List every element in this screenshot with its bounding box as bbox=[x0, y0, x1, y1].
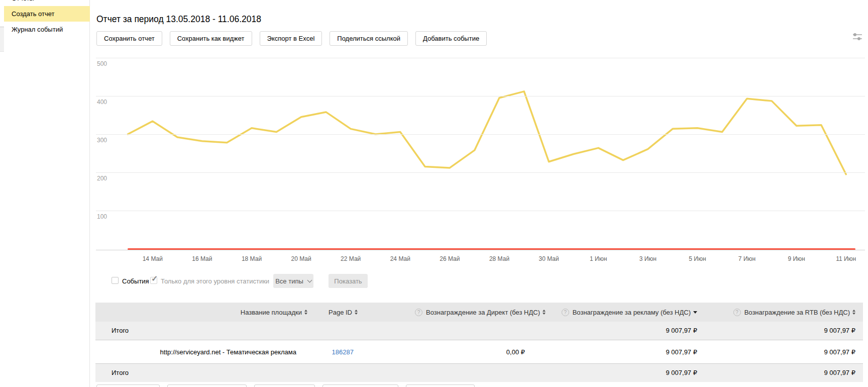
sort-updown-icon[interactable] bbox=[355, 310, 358, 315]
x-axis-tick-label: 28 Май bbox=[489, 255, 509, 262]
rtb-reward-value: 9 007,97 ₽ bbox=[824, 340, 856, 364]
event-type-dropdown[interactable]: Все типы bbox=[273, 274, 313, 288]
x-axis-tick-label: 22 Май bbox=[341, 255, 361, 262]
chart-settings-sliders-icon[interactable] bbox=[853, 32, 863, 41]
help-icon[interactable]: ? bbox=[562, 309, 569, 316]
sort-updown-icon[interactable] bbox=[304, 310, 307, 315]
share-link-button[interactable]: Поделиться ссылкой bbox=[330, 31, 408, 46]
ad-reward-value: 9 007,97 ₽ bbox=[666, 322, 698, 340]
table-row-data: http://serviceyard.net - Тематическая ре… bbox=[95, 340, 863, 364]
help-icon[interactable]: ? bbox=[733, 309, 741, 316]
report-table-header: Название площадки Page ID ? Вознагражден… bbox=[95, 303, 863, 322]
table-row-total: Итого9 007,97 ₽9 007,97 ₽ bbox=[95, 322, 863, 340]
x-axis-tick-label: 3 Июн bbox=[639, 255, 657, 262]
column-header-ad-reward[interactable]: ? Вознаграждение за рекламу (без НДС) bbox=[562, 303, 697, 322]
table-row-total: Итого9 007,97 ₽9 007,97 ₽ bbox=[95, 364, 863, 382]
rtb-reward-value: 9 007,97 ₽ bbox=[824, 322, 856, 340]
ad-reward-value: 9 007,97 ₽ bbox=[666, 340, 698, 364]
ad-reward-value: 9 007,97 ₽ bbox=[666, 364, 698, 382]
x-axis-tick-label: 20 Май bbox=[291, 255, 311, 262]
sidebar: Отчеты Создать отчет Журнал событий bbox=[4, 0, 90, 387]
total-label: Итого bbox=[112, 322, 129, 340]
chart-gridline bbox=[96, 172, 865, 173]
save-report-button[interactable]: Сохранить отчет bbox=[96, 31, 162, 46]
chevron-down-icon bbox=[307, 277, 312, 282]
x-axis-tick-label: 30 Май bbox=[538, 255, 559, 262]
page-title: Отчет за период 13.05.2018 - 11.06.2018 bbox=[96, 14, 261, 25]
chart-gridline bbox=[96, 134, 865, 135]
level-statistics-checkbox[interactable]: ✓ bbox=[150, 277, 157, 284]
column-header-rtb-reward[interactable]: ? Вознаграждение за RTB (без НДС) bbox=[733, 303, 855, 322]
export-excel-button[interactable]: Экспорт в Excel bbox=[260, 31, 322, 46]
level-statistics-checkbox-label: Только для этого уровня статистики bbox=[161, 277, 269, 285]
toolbar: Сохранить отчет Сохранить как виджет Экс… bbox=[96, 31, 487, 46]
rtb-reward-value: 9 007,97 ₽ bbox=[824, 364, 856, 382]
column-header-site-name[interactable]: Название площадки bbox=[241, 303, 307, 322]
sort-updown-icon[interactable] bbox=[852, 310, 855, 315]
x-axis-tick-label: 5 Июн bbox=[689, 255, 706, 262]
footer-button[interactable] bbox=[167, 384, 247, 387]
site-name: http://serviceyard.net - Тематическая ре… bbox=[160, 340, 296, 364]
sort-updown-icon[interactable] bbox=[542, 310, 546, 315]
x-axis-tick-label: 7 Июн bbox=[738, 255, 755, 262]
x-axis-tick-label: 11 Июн bbox=[836, 255, 856, 262]
chart-gridline bbox=[96, 211, 865, 211]
help-icon[interactable]: ? bbox=[415, 309, 422, 316]
x-axis-tick-label: 26 Май bbox=[440, 255, 460, 262]
y-axis-tick-label: 100 bbox=[97, 213, 107, 220]
column-header-page-id[interactable]: Page ID bbox=[329, 303, 358, 322]
page-id-link[interactable]: 186287 bbox=[332, 340, 354, 365]
y-axis-tick-label: 400 bbox=[97, 99, 107, 106]
total-label: Итого bbox=[112, 364, 129, 382]
x-axis-tick-label: 1 Июн bbox=[590, 255, 607, 262]
chart-gridline bbox=[96, 96, 865, 96]
column-header-direct-reward[interactable]: ? Вознаграждение за Директ (без НДС) bbox=[415, 303, 546, 322]
x-axis-tick-label: 16 Май bbox=[192, 255, 212, 262]
sort-desc-icon[interactable] bbox=[693, 311, 697, 314]
sidebar-item-event-log[interactable]: Журнал событий bbox=[4, 22, 90, 37]
footer-button[interactable] bbox=[254, 384, 315, 387]
y-axis-tick-label: 200 bbox=[97, 175, 107, 182]
direct-reward-value: 0,00 ₽ bbox=[506, 340, 525, 364]
x-axis-tick-label: 14 Май bbox=[143, 255, 163, 262]
show-button[interactable]: Показать bbox=[329, 274, 368, 288]
footer-button[interactable] bbox=[322, 384, 398, 387]
events-checkbox[interactable] bbox=[112, 277, 119, 284]
selected-period-axis-line bbox=[128, 248, 855, 250]
check-icon: ✓ bbox=[151, 274, 158, 283]
add-event-button[interactable]: Добавить событие bbox=[415, 31, 487, 46]
sidebar-item-reports[interactable]: Отчеты bbox=[4, 0, 90, 6]
x-axis-tick-label: 18 Май bbox=[242, 255, 262, 262]
chart-gridline bbox=[96, 58, 865, 58]
footer-button[interactable] bbox=[96, 384, 160, 387]
y-axis-tick-label: 500 bbox=[97, 60, 107, 67]
sidebar-item-create-report[interactable]: Создать отчет bbox=[4, 6, 90, 22]
bottom-toolbar-partial bbox=[96, 384, 475, 387]
x-axis-tick-label: 9 Июн bbox=[788, 255, 805, 262]
collapsed-panel-strip[interactable] bbox=[0, 27, 4, 52]
save-as-widget-button[interactable]: Сохранить как виджет bbox=[170, 31, 252, 46]
footer-button[interactable] bbox=[406, 384, 475, 387]
yandex-partner-report-page: Отчеты Создать отчет Журнал событий Отче… bbox=[0, 0, 868, 387]
x-axis-tick-label: 24 Май bbox=[390, 255, 410, 262]
y-axis-tick-label: 300 bbox=[97, 137, 107, 144]
events-checkbox-label: События bbox=[122, 277, 149, 285]
x-axis-line bbox=[96, 250, 865, 250]
